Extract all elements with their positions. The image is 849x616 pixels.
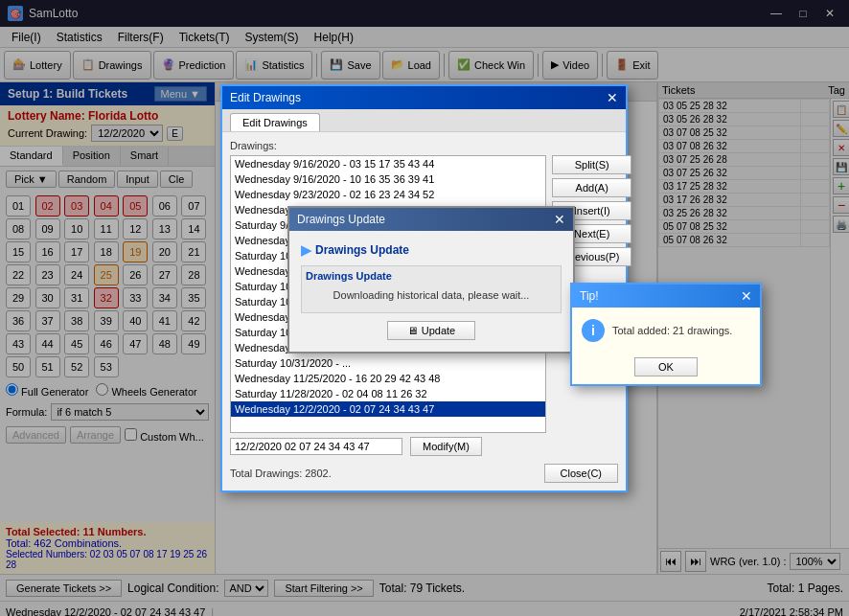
drawing-item-13[interactable]: Saturday 10/31/2020 - ... [231, 355, 545, 371]
tip-body: i Total added: 21 drawings. [572, 308, 760, 354]
edit-drawings-title-bar: Edit Drawings ✕ [222, 86, 626, 109]
drawing-date-input[interactable] [230, 438, 402, 455]
tip-dialog: Tip! ✕ i Total added: 21 drawings. OK [570, 283, 762, 386]
close-dialog-button[interactable]: Close(C) [544, 464, 618, 483]
drawing-item-1[interactable]: Wednesday 9/16/2020 - 10 16 35 36 39 41 [231, 171, 545, 187]
update-close-button[interactable]: ✕ [554, 212, 565, 227]
edit-drawings-tab-bar: Edit Drawings [222, 109, 626, 132]
update-inner-box: Drawings Update Downloading historical d… [301, 265, 562, 313]
update-body: ▶ Drawings Update Drawings Update Downlo… [289, 231, 573, 352]
update-check-icon: ▶ [301, 242, 311, 258]
drawing-item-2[interactable]: Wednesday 9/23/2020 - 02 16 23 24 34 52 [231, 187, 545, 202]
update-btn-icon: 🖥 [407, 325, 418, 336]
drawings-update-dialog: Drawings Update ✕ ▶ Drawings Update Draw… [287, 206, 575, 354]
update-title-text: Drawings Update [297, 213, 385, 226]
drawings-label: Drawings: [230, 140, 618, 151]
update-title-bar: Drawings Update ✕ [289, 208, 573, 231]
drawing-item-16[interactable]: Wednesday 12/2/2020 - 02 07 24 34 43 47 [231, 401, 545, 417]
dialog-footer: Modify(M) [230, 433, 618, 460]
total-drawings: Total Drawings: 2802. [230, 468, 332, 479]
tip-title-text: Tip! [580, 289, 599, 303]
tip-title-bar: Tip! ✕ [572, 285, 760, 308]
update-button-row: 🖥 Update [301, 321, 562, 340]
add-button[interactable]: Add(A) [552, 178, 631, 197]
tip-info-icon: i [582, 319, 605, 342]
dialog-bottom-row: Total Drawings: 2802. Close(C) [230, 464, 618, 483]
tip-message: Total added: 21 drawings. [612, 325, 732, 336]
update-inner-title: ▶ Drawings Update [301, 242, 562, 258]
edit-drawings-title: Edit Drawings [230, 91, 301, 104]
edit-drawings-tab[interactable]: Edit Drawings [230, 113, 320, 131]
modify-button[interactable]: Modify(M) [410, 437, 482, 456]
edit-drawings-close-button[interactable]: ✕ [607, 90, 618, 105]
tip-ok-button[interactable]: OK [634, 357, 698, 376]
update-button[interactable]: 🖥 Update [387, 321, 475, 340]
drawing-item-0[interactable]: Wednesday 9/16/2020 - 03 15 17 35 43 44 [231, 156, 545, 171]
update-sub-label: Drawings Update [306, 270, 557, 282]
tip-footer: OK [572, 354, 760, 384]
drawing-item-14[interactable]: Wednesday 11/25/2020 - 16 20 29 42 43 48 [231, 371, 545, 386]
tip-close-button[interactable]: ✕ [741, 288, 752, 304]
drawing-item-15[interactable]: Saturday 11/28/2020 - 02 04 08 11 26 32 [231, 386, 545, 401]
split-button[interactable]: Split(S) [552, 155, 631, 174]
update-message: Downloading historical data, please wait… [306, 289, 557, 301]
